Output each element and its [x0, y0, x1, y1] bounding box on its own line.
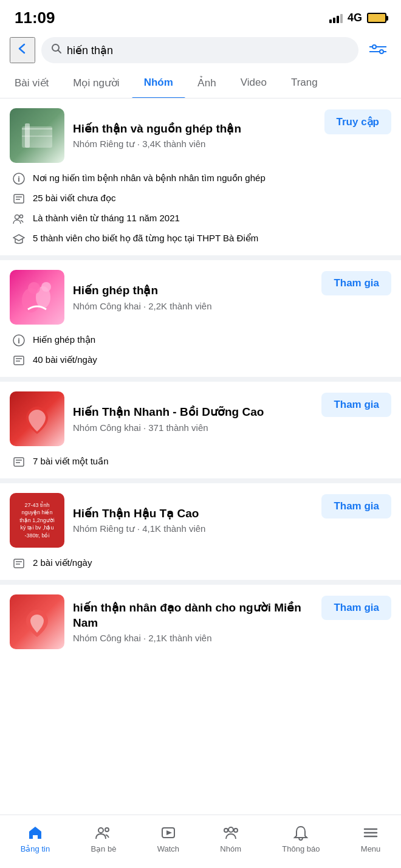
svg-text:i: i — [18, 336, 20, 345]
tab-bai-viet[interactable]: Bài viết — [2, 68, 61, 98]
nav-label-watch: Watch — [157, 844, 179, 853]
truy-cap-button-1[interactable]: Truy cập — [324, 109, 391, 134]
svg-point-9 — [380, 50, 383, 53]
svg-rect-29 — [14, 356, 24, 365]
tab-video[interactable]: Video — [228, 68, 279, 98]
group-details-4: 2 bài viết/ngày — [10, 556, 391, 570]
posts-icon — [12, 192, 26, 205]
nav-label-menu: Menu — [361, 844, 381, 853]
svg-point-42 — [228, 827, 233, 832]
nav-ban-be[interactable]: Bạn bè — [83, 821, 123, 856]
group-card-1: Hiến thận và nguồn ghép thận Nhóm Riêng … — [0, 98, 401, 260]
home-icon — [26, 824, 44, 842]
tab-anh[interactable]: Ảnh — [185, 68, 228, 98]
nav-menu[interactable]: Menu — [354, 821, 388, 856]
detail-text: Là thành viên từ tháng 11 năm 2021 — [33, 212, 391, 224]
detail-row: 25 bài viết chưa đọc — [12, 191, 391, 205]
network-label: 4G — [348, 12, 362, 24]
posts-icon — [12, 557, 26, 570]
nav-thong-bao[interactable]: Thông báo — [275, 821, 327, 856]
group-image-3 — [10, 391, 64, 446]
svg-marker-41 — [166, 830, 172, 835]
search-query: hiến thận — [67, 44, 349, 57]
nav-label-thong-bao: Thông báo — [282, 844, 320, 853]
nav-nhom[interactable]: Nhóm — [213, 821, 248, 856]
group-name-4: Hiến Thận Hậu Tạ Cao — [73, 506, 313, 522]
nav-label-ban-be: Bạn bè — [91, 844, 116, 853]
group-info-4: Hiến Thận Hậu Tạ Cao Nhóm Riêng tư · 4,1… — [73, 506, 313, 535]
svg-point-44 — [234, 828, 238, 832]
svg-point-25 — [28, 282, 40, 294]
nav-label-bang-tin: Bảng tin — [21, 844, 50, 853]
group-card-3: Hiến Thận Nhanh - Bồi Dưỡng Cao Nhóm Côn… — [0, 382, 401, 483]
group-card-2: Hiến ghép thận Nhóm Công khai · 2,2K thà… — [0, 260, 401, 382]
filter-button[interactable] — [365, 38, 391, 63]
home-bar — [0, 862, 401, 868]
tab-trang[interactable]: Trang — [279, 68, 330, 98]
members-icon — [12, 212, 26, 226]
watch-icon — [159, 824, 177, 842]
group-info-1: Hiến thận và nguồn ghép thận Nhóm Riêng … — [73, 122, 316, 150]
group-meta-4: Nhóm Riêng tư · 4,1K thành viên — [73, 523, 313, 534]
group-list: Hiến thận và nguồn ghép thận Nhóm Riêng … — [0, 98, 401, 667]
status-bar: 11:09 4G — [0, 0, 401, 32]
info-icon: i — [12, 334, 26, 347]
back-button[interactable] — [10, 37, 35, 63]
group-image-5 — [10, 594, 64, 649]
group-card-5: hiến thận nhân đạo dành cho người Miền N… — [0, 585, 401, 667]
group-name-1: Hiến thận và nguồn ghép thận — [73, 122, 316, 137]
battery-icon — [367, 13, 386, 23]
svg-rect-3 — [340, 14, 343, 23]
friends-icon — [94, 824, 112, 842]
detail-text: 25 bài viết chưa đọc — [33, 191, 391, 204]
svg-rect-14 — [22, 128, 52, 129]
img4-line1: 27-43 tỉnh — [19, 501, 55, 509]
group-header-3: Hiến Thận Nhanh - Bồi Dưỡng Cao Nhóm Côn… — [10, 391, 391, 446]
group-header-2: Hiến ghép thận Nhóm Công khai · 2,2K thà… — [10, 270, 391, 325]
filter-tabs: Bài viết Mọi người Nhóm Ảnh Video Trang — [0, 68, 401, 98]
svg-point-43 — [224, 828, 228, 832]
tham-gia-button-5[interactable]: Tham gia — [321, 596, 391, 620]
svg-rect-2 — [337, 16, 339, 23]
group-header-5: hiến thận nhân đạo dành cho người Miền N… — [10, 594, 391, 649]
detail-text: 2 bài viết/ngày — [33, 556, 391, 569]
img4-line4: ký tại bv ,hậu — [19, 524, 55, 532]
svg-rect-18 — [14, 195, 24, 203]
tab-nhom[interactable]: Nhóm — [132, 68, 185, 98]
tham-gia-button-3[interactable]: Tham gia — [321, 393, 391, 417]
group-header-4: 27-43 tỉnh nguyện hiến thận 1,2người ký … — [10, 493, 391, 548]
svg-point-21 — [15, 215, 19, 219]
tham-gia-button-4[interactable]: Tham gia — [321, 494, 391, 518]
svg-rect-0 — [329, 19, 332, 23]
svg-rect-1 — [333, 18, 335, 23]
detail-row: 5 thành viên cho biết họ đã từng học tại… — [12, 232, 391, 246]
nav-watch[interactable]: Watch — [150, 821, 187, 856]
detail-text: 5 thành viên cho biết họ đã từng học tại… — [33, 232, 391, 244]
group-card-4: 27-43 tỉnh nguyện hiến thận 1,2người ký … — [0, 483, 401, 585]
search-icon — [51, 43, 62, 57]
group-meta-5: Nhóm Công khai · 2,1K thành viên — [73, 633, 313, 643]
svg-point-26 — [41, 282, 51, 292]
group-details-2: i Hiến ghép thận 40 bài viết/ngày — [10, 333, 391, 367]
tham-gia-button-2[interactable]: Tham gia — [321, 271, 391, 295]
svg-point-38 — [98, 828, 103, 833]
menu-icon — [362, 824, 380, 842]
group-image-1 — [10, 108, 64, 163]
detail-row: 2 bài viết/ngày — [12, 556, 391, 570]
group-image-2 — [10, 270, 64, 325]
detail-text: Nơi ng hiến tìm bệnh nhân và bệnh nhân t… — [33, 171, 391, 184]
info-icon: i — [12, 172, 26, 185]
signal-icon — [329, 13, 343, 23]
posts-icon — [12, 455, 26, 469]
search-input-wrapper[interactable]: hiến thận — [41, 37, 358, 63]
nav-bang-tin[interactable]: Bảng tin — [13, 821, 57, 856]
search-bar: hiến thận — [0, 32, 401, 68]
group-meta-1: Nhóm Riêng tư · 3,4K thành viên — [73, 139, 316, 150]
detail-text: Hiến ghép thận — [33, 333, 391, 346]
group-info-5: hiến thận nhân đạo dành cho người Miền N… — [73, 601, 313, 643]
img4-line5: -380tr, bồi — [19, 532, 55, 540]
svg-rect-32 — [14, 458, 24, 466]
tab-moi-nguoi[interactable]: Mọi người — [61, 68, 131, 98]
group-name-3: Hiến Thận Nhanh - Bồi Dưỡng Cao — [73, 405, 313, 420]
img4-line3: thận 1,2người — [19, 517, 55, 525]
